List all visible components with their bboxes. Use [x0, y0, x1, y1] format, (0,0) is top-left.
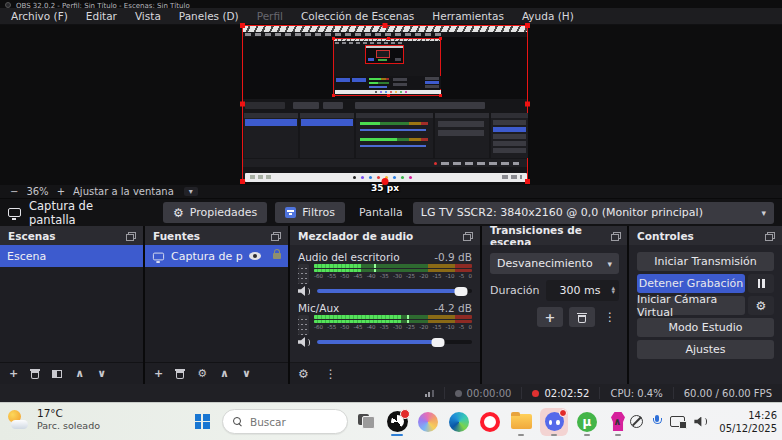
menu-editar[interactable]: Editar	[77, 8, 126, 24]
drag-grip-icon[interactable]	[298, 315, 309, 335]
hidden-icons-chevron[interactable]: ∧	[613, 416, 621, 427]
resize-size-tooltip: 35 px	[371, 183, 399, 193]
audio-meter	[314, 269, 472, 273]
cpu-usage: CPU: 0.4%	[610, 388, 662, 399]
microphone-in-use-icon[interactable]	[652, 415, 661, 429]
menu-paneles[interactable]: Paneles (D)	[170, 8, 248, 24]
spin-down-icon: ▾	[611, 291, 615, 295]
taskbar-copilot[interactable]	[415, 406, 441, 438]
resize-handle-top-left[interactable]	[240, 23, 245, 28]
sources-list[interactable]: Captura de pantalla	[145, 245, 288, 362]
settings-button[interactable]: Ajustes	[637, 340, 774, 359]
volume-slider[interactable]	[317, 289, 472, 293]
remove-scene-button[interactable]	[31, 368, 39, 379]
volume-slider[interactable]	[317, 340, 472, 344]
popout-icon[interactable]	[126, 232, 135, 240]
filter-icon	[285, 207, 296, 218]
taskbar-discord[interactable]	[539, 406, 569, 438]
resize-handle-bottom-right[interactable]	[525, 179, 530, 184]
duration-spinbox[interactable]: 300 ms ▴▾	[546, 280, 619, 301]
taskbar-opera[interactable]	[477, 406, 503, 438]
move-scene-down-button[interactable]: ∨	[97, 368, 106, 379]
menu-archivo[interactable]: Archivo (F)	[2, 8, 77, 24]
fit-to-window-label[interactable]: Ajustar a la ventana	[73, 186, 174, 197]
source-properties-button[interactable]: ⚙	[197, 368, 207, 379]
weather-description: Parc. soleado	[37, 420, 100, 432]
resize-handle-bottom-left[interactable]	[240, 179, 245, 184]
add-scene-button[interactable]: +	[9, 368, 18, 379]
mixer-title: Mezclador de audio	[298, 230, 413, 242]
taskbar-file-explorer[interactable]	[508, 406, 534, 438]
clock-time: 14:26	[748, 409, 777, 422]
menu-vista[interactable]: Vista	[126, 8, 170, 24]
move-source-up-button[interactable]: ∧	[220, 368, 229, 379]
transition-select[interactable]: Desvanecimiento ▾	[490, 253, 619, 274]
recursive-preview-level3	[365, 45, 404, 64]
recursive-preview-level2	[333, 38, 441, 96]
zoom-preset-dropdown[interactable]: ▾	[184, 187, 198, 196]
drag-grip-icon[interactable]	[298, 264, 309, 284]
cast-display-icon[interactable]	[670, 416, 685, 427]
taskbar-utorrent[interactable]: µ	[574, 406, 600, 438]
filters-button[interactable]: Filtros	[275, 202, 345, 223]
preview-canvas[interactable]: 35 px	[0, 25, 782, 185]
popout-icon[interactable]	[611, 232, 619, 240]
notifications-off-icon[interactable]	[630, 415, 643, 428]
menu-ayuda[interactable]: Ayuda (H)	[513, 8, 583, 24]
captured-menubar-texture	[245, 33, 445, 36]
properties-button[interactable]: ⚙ Propiedades	[163, 202, 267, 223]
volume-icon[interactable]	[694, 416, 708, 428]
remove-source-button[interactable]	[176, 368, 184, 379]
selected-source-preview[interactable]: 35 px	[242, 25, 528, 182]
stop-recording-button[interactable]: Detener Grabación	[637, 274, 745, 293]
chevron-down-icon: ▾	[761, 208, 766, 218]
menu-perfil[interactable]: Perfil	[248, 8, 292, 24]
display-select[interactable]: LG TV SSCR2: 3840x2160 @ 0,0 (Monitor pr…	[413, 202, 774, 224]
task-view-button[interactable]	[353, 406, 379, 438]
popout-icon[interactable]	[463, 232, 472, 240]
taskbar-search[interactable]	[222, 409, 348, 434]
search-input[interactable]	[248, 415, 328, 429]
popout-icon[interactable]	[765, 232, 774, 240]
remove-transition-button[interactable]	[569, 307, 595, 327]
taskbar-obs[interactable]	[384, 406, 410, 438]
taskbar-clock[interactable]: 14:26 05/12/2025	[719, 409, 777, 435]
start-button[interactable]	[191, 406, 217, 438]
add-source-button[interactable]: +	[154, 368, 163, 379]
menu-herramientas[interactable]: Herramientas	[423, 8, 513, 24]
add-transition-button[interactable]: +	[537, 307, 563, 327]
speaker-icon[interactable]	[298, 337, 311, 347]
mixer-menu-button[interactable]: ⋮	[325, 368, 337, 380]
resize-handle-mid-right[interactable]	[525, 101, 530, 106]
zoom-out-button[interactable]: −	[8, 186, 20, 197]
move-source-down-button[interactable]: ∨	[242, 368, 251, 379]
eye-icon[interactable]	[249, 252, 261, 260]
start-virtual-camera-button[interactable]: Iniciar Cámara Virtual	[637, 296, 745, 315]
move-scene-up-button[interactable]: ∧	[75, 368, 84, 379]
popout-icon[interactable]	[271, 232, 280, 240]
taskbar-edge[interactable]	[446, 406, 472, 438]
weather-widget[interactable]: 17°C Parc. soleado	[7, 407, 100, 432]
scene-row[interactable]: Escena	[0, 245, 143, 267]
gear-icon: ⚙	[173, 207, 184, 219]
resize-handle-top-center[interactable]	[383, 23, 388, 28]
pause-recording-button[interactable]	[748, 274, 774, 293]
menu-coleccion-escenas[interactable]: Colección de Escenas	[292, 8, 423, 24]
scenes-list[interactable]: Escena	[0, 245, 143, 362]
display-label: Pantalla	[359, 206, 403, 219]
resize-handle-mid-left[interactable]	[240, 101, 245, 106]
advanced-audio-button[interactable]: ⚙	[298, 368, 309, 380]
zoom-in-button[interactable]: +	[55, 186, 67, 197]
studio-mode-button[interactable]: Modo Estudio	[637, 318, 774, 337]
channel-volume-db: -0.9 dB	[434, 251, 472, 263]
speaker-icon[interactable]	[298, 286, 311, 296]
channel-name: Audio del escritorio	[298, 251, 400, 263]
transitions-panel: Transiciones de escena Desvanecimiento ▾…	[482, 226, 627, 384]
scene-filters-button[interactable]	[52, 370, 62, 378]
resize-handle-top-right[interactable]	[525, 23, 530, 28]
virtual-camera-settings-button[interactable]: ⚙	[748, 296, 774, 315]
lock-icon[interactable]	[273, 253, 281, 259]
source-row[interactable]: Captura de pantalla	[145, 245, 288, 267]
transition-menu-button[interactable]: ⋮	[601, 311, 619, 323]
start-streaming-button[interactable]: Iniciar Transmisión	[637, 252, 774, 271]
